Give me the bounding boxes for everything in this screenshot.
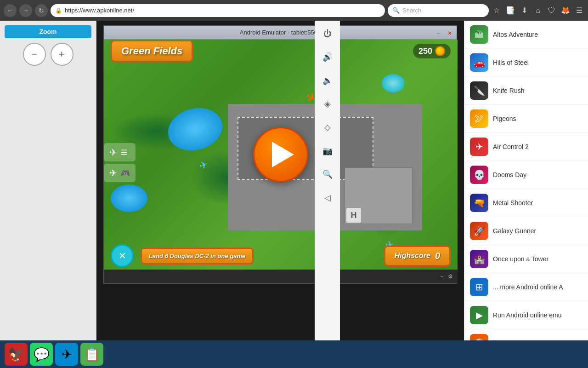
app-icon-pigeons: 🕊 <box>470 109 488 128</box>
close-button[interactable]: × <box>445 29 454 37</box>
app-item-metal[interactable]: 🔫 Metal Shooter <box>464 189 588 217</box>
app-item-galaxy[interactable]: 🚀 Galaxy Gunner <box>464 217 588 245</box>
app-icon-metal: 🔫 <box>470 194 488 212</box>
search-placeholder: Search <box>402 7 421 14</box>
screenshot-button[interactable]: 📷 <box>319 143 336 159</box>
app-name-altos: Altos Adventure <box>493 31 538 38</box>
app-item-dooms[interactable]: 💀 Dooms Day <box>464 161 588 189</box>
emulator-titlebar: Android Emulator - tablet:5502 − × <box>104 26 457 40</box>
panel-list-item[interactable]: ✈ ☰ <box>104 143 136 161</box>
rotate-ccw-button[interactable]: ◇ <box>319 119 336 136</box>
taskbar: 🦅 💬 ✈ 📋 <box>0 340 588 368</box>
water-pool-2 <box>111 184 147 212</box>
highscore-button[interactable]: Highscore 0 <box>384 246 451 266</box>
coin-icon <box>435 46 445 56</box>
back-ctrl-button[interactable]: ◁ <box>319 190 336 206</box>
emulator-title: Android Emulator - tablet:5502 <box>240 29 321 36</box>
main-area: Zoom − + Android Emulator - tablet:5502 … <box>0 21 588 368</box>
app-name-pigeons: Pigeons <box>493 115 516 122</box>
game-footer: ✕ Land 6 Douglas DC-2 in one game Highsc… <box>104 242 458 270</box>
zoom-buttons: − + <box>23 43 74 66</box>
emulator-area: Android Emulator - tablet:5502 − × <box>96 21 464 368</box>
app-icon-dooms: 💀 <box>470 166 488 184</box>
taskbar-notes[interactable]: 📋 <box>80 343 103 366</box>
app-item-once[interactable]: 🏰 Once upon a Tower <box>464 245 588 273</box>
app-name-galaxy: Galaxy Gunner <box>493 227 536 235</box>
play-button-container[interactable] <box>253 127 308 182</box>
game-header: Green Fields 250 <box>104 40 458 63</box>
panel-plane-icon-2: ✈ <box>109 167 117 178</box>
browser-chrome: ← → ↻ 🔒 https://www.apkonline.net/ 🔍 Sea… <box>0 0 588 21</box>
app-item-run[interactable]: ▶ Run Android online emu <box>464 301 588 329</box>
emulator-settings-button[interactable]: ⚙ <box>448 273 453 280</box>
zoom-ctrl-button[interactable]: 🔍 <box>319 166 336 183</box>
download-icon[interactable]: ⬇ <box>519 6 529 15</box>
panel-gamepad-icon: 🎮 <box>121 169 130 178</box>
window-controls: − × <box>434 29 457 37</box>
minimize-button[interactable]: − <box>434 29 443 37</box>
app-item-air[interactable]: ✈ Air Control 2 <box>464 133 588 161</box>
app-name-run: Run Android online emu <box>493 311 561 319</box>
volume-up-button[interactable]: 🔊 <box>319 49 336 65</box>
browser-toolbar: ☆ 📑 ⬇ ⌂ 🛡 🦊 ☰ <box>492 6 584 15</box>
emulator-collapse-button[interactable]: − <box>440 273 443 280</box>
home-icon[interactable]: ⌂ <box>533 6 543 15</box>
app-item-knife[interactable]: 🔪 Knife Rush <box>464 77 588 105</box>
taskbar-whatsapp[interactable]: 💬 <box>30 343 53 366</box>
emulator-window: Android Emulator - tablet:5502 − × <box>103 25 457 284</box>
h-marker: H <box>345 207 362 224</box>
address-bar[interactable]: 🔒 https://www.apkonline.net/ <box>51 4 385 17</box>
search-icon: 🔍 <box>392 7 400 14</box>
lock-icon: 🔒 <box>55 7 62 14</box>
left-panel: ✈ ☰ ✈ 🎮 <box>104 143 136 182</box>
shield-icon[interactable]: 🛡 <box>547 6 557 15</box>
highscore-score: 0 <box>435 251 440 261</box>
app-name-once: Once upon a Tower <box>493 255 548 263</box>
play-triangle-icon <box>272 142 294 167</box>
app-item-altos[interactable]: 🏔 Altos Adventure <box>464 21 588 49</box>
app-icon-knife: 🔪 <box>470 81 488 100</box>
app-name-knife: Knife Rush <box>493 87 524 94</box>
rotate-cw-button[interactable]: ◈ <box>319 96 336 112</box>
water-pool-3 <box>382 74 405 92</box>
fox-icon[interactable]: 🦊 <box>560 6 571 15</box>
zoom-sidebar: Zoom − + <box>0 21 96 368</box>
star-icon[interactable]: ☆ <box>492 6 502 15</box>
volume-down-button[interactable]: 🔈 <box>319 72 336 89</box>
level-name: Green Fields <box>121 45 182 57</box>
reload-button[interactable]: ↻ <box>35 4 48 17</box>
app-icon-run: ▶ <box>470 306 488 324</box>
app-icon-more: ⊞ <box>470 278 488 296</box>
coin-display: 250 <box>413 44 451 58</box>
app-icon-once: 🏰 <box>470 250 488 268</box>
app-icon-galaxy: 🚀 <box>470 222 488 240</box>
search-bar[interactable]: 🔍 Search <box>388 4 489 17</box>
panel-gamepad-item[interactable]: ✈ 🎮 <box>104 164 136 182</box>
url-text: https://www.apkonline.net/ <box>65 7 134 14</box>
app-icon-altos: 🏔 <box>470 25 488 44</box>
zoom-plus-button[interactable]: + <box>51 43 74 66</box>
taskbar-angry-birds[interactable]: 🦅 <box>5 343 28 366</box>
bookmark-icon[interactable]: 📑 <box>505 6 515 15</box>
app-item-pigeons[interactable]: 🕊 Pigeons <box>464 105 588 133</box>
back-button[interactable]: ← <box>4 4 17 17</box>
zoom-label: Zoom <box>5 25 91 38</box>
zoom-minus-button[interactable]: − <box>23 43 46 66</box>
play-button[interactable] <box>253 127 308 182</box>
app-item-hills[interactable]: 🚗 Hills of Steel <box>464 49 588 77</box>
panel-plane-icon: ✈ <box>109 147 117 158</box>
menu-icon[interactable]: ☰ <box>574 6 584 15</box>
emulator-bottom-bar: − ⚙ <box>104 270 458 283</box>
app-name-more: ... more Android online A <box>493 283 563 291</box>
taskbar-telegram[interactable]: ✈ <box>55 343 78 366</box>
app-name-hills: Hills of Steel <box>493 59 529 66</box>
mission-badge: ✕ <box>111 244 134 267</box>
game-canvas[interactable]: Green Fields 250 ✈ ✈ ✈ ✈ ☰ <box>104 40 458 270</box>
level-name-banner: Green Fields <box>111 40 193 62</box>
app-item-more[interactable]: ⊞ ... more Android online A <box>464 273 588 301</box>
coin-count: 250 <box>418 46 432 56</box>
highscore-label: Highscore <box>395 252 430 260</box>
forward-button[interactable]: → <box>19 4 32 17</box>
app-name-metal: Metal Shooter <box>493 199 533 207</box>
power-button[interactable]: ⏻ <box>319 25 336 42</box>
